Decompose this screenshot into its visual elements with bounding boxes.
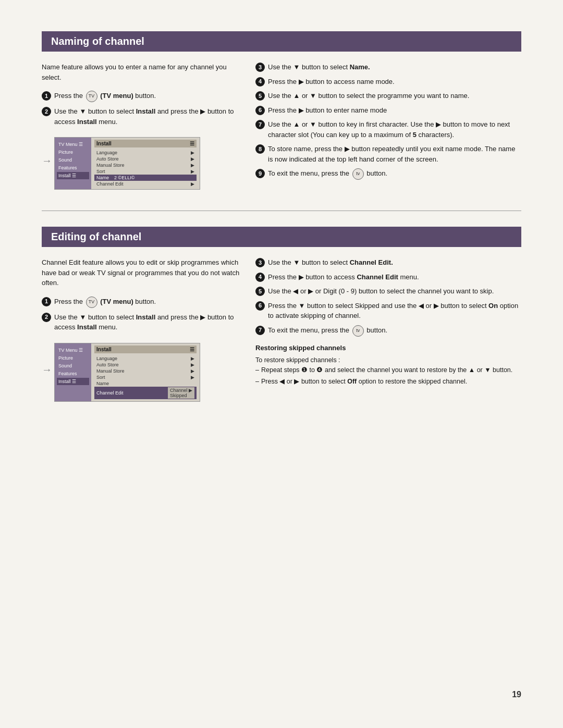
editing-menu-sort: Sort ▶ — [94, 374, 197, 380]
editing-step-1-num: 1 — [42, 297, 51, 306]
naming-step-3-text: Use the ▼ button to select Name. — [268, 62, 521, 72]
sidebar-tv-menu: TV Menu ☰ — [57, 141, 89, 148]
naming-step-5-num: 5 — [255, 91, 265, 101]
editing-step-1: 1 Press the TV (TV menu) button. — [42, 297, 240, 308]
naming-menu-arrow: → — [42, 155, 52, 167]
restoring-bullet-1-text: Repeat steps ❶ to ❹ and select the chann… — [261, 365, 512, 375]
naming-menu-title: Install ☰ — [94, 140, 197, 147]
naming-step-3: 3 Use the ▼ button to select Name. — [255, 62, 521, 72]
naming-step-6: 6 Press the ▶ button to enter name mode — [255, 105, 521, 116]
naming-left-col: Name feature allows you to enter a name … — [42, 62, 240, 190]
editing-menu-main: Install ☰ Language ▶ Auto Store ▶ Manual… — [91, 343, 200, 401]
naming-intro: Name feature allows you to enter a name … — [42, 62, 240, 82]
editing-menu-channeledit: Channel Edit Channel ▶Skipped — [94, 387, 197, 399]
tv-menu-icon-edit1: TV — [86, 297, 97, 308]
editing-menu-title-icon: ☰ — [190, 347, 194, 352]
section-divider — [42, 211, 521, 211]
arr-auto: ▶ — [191, 156, 194, 162]
arr-lang: ▶ — [191, 150, 194, 155]
editing-menu-mock: TV Menu ☰ Picture Sound Features Install… — [54, 343, 200, 402]
naming-step-2: 2 Use the ▼ button to select Install and… — [42, 106, 240, 127]
edit-sidebar-features: Features — [57, 370, 89, 377]
editing-content: Channel Edit feature allows you to edit … — [42, 257, 521, 402]
naming-menu-sort: Sort ▶ — [94, 168, 197, 175]
editing-step-3: 3 Use the ▼ button to select Channel Edi… — [255, 257, 521, 268]
naming-step-8-num: 8 — [255, 144, 265, 154]
naming-right-col: 3 Use the ▼ button to select Name. 4 Pre… — [255, 62, 521, 190]
editing-menu-sidebar: TV Menu ☰ Picture Sound Features Install… — [55, 343, 91, 401]
restoring-intro: To restore skipped channels : — [255, 355, 521, 365]
sidebar-features: Features — [57, 164, 89, 171]
naming-menu-language: Language ▶ — [94, 150, 197, 156]
sidebar-picture: Picture — [57, 149, 89, 156]
edit-sidebar-sound: Sound — [57, 362, 89, 369]
edit-sidebar-install: Install ☰ — [57, 378, 89, 385]
editing-step-1-text: Press the TV (TV menu) button. — [54, 297, 240, 308]
editing-intro: Channel Edit feature allows you to edit … — [42, 257, 240, 288]
naming-step-1-text: Press the TV (TV menu) button. — [54, 91, 240, 102]
naming-step-4-text: Press the ▶ button to access name mode. — [268, 77, 521, 87]
naming-menu-mock: TV Menu ☰ Picture Sound Features Install… — [54, 137, 200, 190]
restoring-section: Restoring skipped channels To restore sk… — [255, 344, 521, 387]
editing-step-7: 7 To exit the menu, press the tv button. — [255, 325, 521, 337]
editing-menu-arrow: → — [42, 364, 52, 376]
naming-menu-sidebar: TV Menu ☰ Picture Sound Features Install… — [55, 138, 91, 189]
editing-menu-wrapper: → TV Menu ☰ Picture Sound Features Insta… — [42, 338, 240, 402]
naming-menu-title-icon: ☰ — [190, 141, 194, 146]
edit-sidebar-picture: Picture — [57, 354, 89, 362]
naming-step-6-num: 6 — [255, 106, 265, 115]
editing-menu-manualstore: Manual Store ▶ — [94, 368, 197, 374]
naming-section: Naming of channel Name feature allows yo… — [42, 31, 521, 190]
naming-menu-wrapper: → TV Menu ☰ Picture Sound Features Insta… — [42, 132, 240, 190]
naming-content: Name feature allows you to enter a name … — [42, 62, 521, 190]
sidebar-sound: Sound — [57, 156, 89, 164]
naming-step-8: 8 To store name, press the ▶ button repe… — [255, 144, 521, 164]
page: Naming of channel Name feature allows yo… — [0, 0, 563, 728]
bullet-dash-2: – — [255, 377, 259, 387]
naming-step-9: 9 To exit the menu, press the tv button. — [255, 168, 521, 180]
arr-sort: ▶ — [191, 169, 194, 174]
tv-menu-icon-1: TV — [86, 91, 97, 102]
editing-step-6-text: Press the ▼ button to select Skipped and… — [268, 301, 521, 321]
naming-menu-manualstore: Manual Store ▶ — [94, 162, 197, 168]
naming-step-2-text: Use the ▼ button to select Install and p… — [54, 106, 240, 127]
page-number: 19 — [512, 690, 521, 699]
editing-sub-panel: Channel ▶Skipped — [168, 387, 194, 399]
naming-menu-name: Name 2 ©ELLI© — [94, 175, 197, 181]
editing-section: Editing of channel Channel Edit feature … — [42, 227, 521, 402]
editing-step-2-text: Use the ▼ button to select Install and p… — [54, 312, 240, 332]
restoring-bullet-2: – Press ◀ or ▶ button to select Off opti… — [255, 377, 521, 387]
editing-step-2-num: 2 — [42, 313, 51, 322]
naming-step-8-text: To store name, press the ▶ button repeat… — [268, 144, 521, 164]
naming-menu-main: Install ☰ Language ▶ Auto Store ▶ Manual… — [91, 138, 200, 189]
arr-chanedit: ▶ — [191, 181, 194, 187]
edit-sidebar-tv-menu: TV Menu ☰ — [57, 347, 89, 354]
naming-menu-autostore: Auto Store ▶ — [94, 156, 197, 162]
editing-step-5: 5 Use the ◀ or ▶ or Digit (0 - 9) button… — [255, 286, 521, 297]
editing-step-4-num: 4 — [255, 273, 265, 282]
editing-menu-language: Language ▶ — [94, 355, 197, 362]
editing-step-3-text: Use the ▼ button to select Channel Edit. — [268, 257, 521, 268]
naming-header: Naming of channel — [42, 31, 521, 52]
editing-menu-name: Name — [94, 380, 197, 387]
naming-menu-channeledit: Channel Edit ▶ — [94, 181, 197, 187]
editing-step-6: 6 Press the ▼ button to select Skipped a… — [255, 301, 521, 321]
naming-step-7-text: Use the ▲ or ▼ button to key in first ch… — [268, 119, 521, 140]
restoring-bullet-2-text: Press ◀ or ▶ button to select Off option… — [261, 377, 467, 387]
bullet-dash-1: – — [255, 365, 259, 375]
naming-step-6-text: Press the ▶ button to enter name mode — [268, 105, 521, 116]
editing-step-4-text: Press the ▶ button to access Channel Edi… — [268, 272, 521, 282]
editing-step-7-text: To exit the menu, press the tv button. — [268, 325, 521, 337]
naming-step-5: 5 Use the ▲ or ▼ button to select the pr… — [255, 91, 521, 101]
editing-left-col: Channel Edit feature allows you to edit … — [42, 257, 240, 402]
editing-step-5-text: Use the ◀ or ▶ or Digit (0 - 9) button t… — [268, 286, 521, 297]
editing-menu-autostore: Auto Store ▶ — [94, 362, 197, 368]
naming-menu-title-text: Install — [96, 141, 112, 146]
editing-header: Editing of channel — [42, 227, 521, 247]
naming-step-2-num: 2 — [42, 107, 51, 116]
editing-step-2: 2 Use the ▼ button to select Install and… — [42, 312, 240, 332]
naming-step-3-num: 3 — [255, 63, 265, 72]
editing-step-3-num: 3 — [255, 258, 265, 267]
naming-step-9-num: 9 — [255, 169, 265, 178]
tv-menu-icon-edit-exit: tv — [352, 325, 364, 337]
